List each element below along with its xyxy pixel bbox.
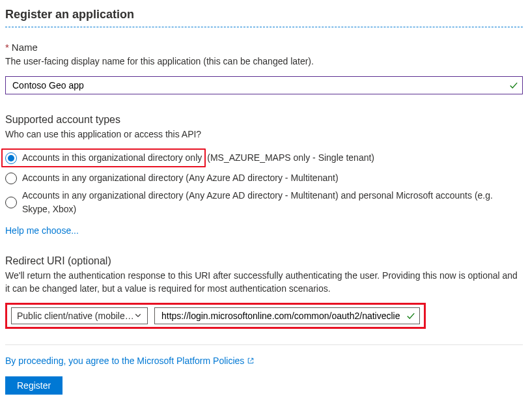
check-icon <box>406 311 415 320</box>
name-input-wrap[interactable] <box>5 76 523 94</box>
account-types-description: Who can use this application or access t… <box>5 128 523 141</box>
platform-select[interactable]: Public client/native (mobile ... <box>11 307 148 324</box>
name-description: The user-facing display name for this ap… <box>5 55 523 68</box>
name-label-text: Name <box>12 42 38 53</box>
highlight-red-redirect: Public client/native (mobile ... <box>5 303 426 329</box>
account-type-option-1[interactable]: Accounts in any organizational directory… <box>5 171 523 185</box>
policy-link[interactable]: By proceeding, you agree to the Microsof… <box>5 356 244 366</box>
required-asterisk: * <box>5 42 9 53</box>
divider-dashed <box>5 27 523 27</box>
redirect-uri-input[interactable] <box>160 310 401 322</box>
account-types-section: Supported account types Who can use this… <box>5 114 523 236</box>
page-title: Register an application <box>5 8 523 21</box>
account-type-option-2[interactable]: Accounts in any organizational directory… <box>5 189 523 216</box>
account-types-label: Supported account types <box>5 114 523 126</box>
redirect-label: Redirect URI (optional) <box>5 255 523 267</box>
highlight-red-option: Accounts in this organizational director… <box>1 148 206 167</box>
account-type-radio-1[interactable] <box>5 173 17 184</box>
chevron-down-icon <box>134 311 142 321</box>
help-me-choose-link[interactable]: Help me choose... <box>5 225 79 236</box>
account-type-radio-0[interactable] <box>5 152 17 164</box>
name-input[interactable] <box>11 79 504 91</box>
external-link-icon <box>247 357 255 365</box>
divider-solid <box>5 344 523 345</box>
redirect-description: We'll return the authentication response… <box>5 270 523 295</box>
account-type-radio-2[interactable] <box>5 197 17 208</box>
register-button[interactable]: Register <box>5 376 63 395</box>
name-label: *Name <box>5 42 523 53</box>
platform-select-value: Public client/native (mobile ... <box>17 311 134 321</box>
policy-row: By proceeding, you agree to the Microsof… <box>5 356 523 366</box>
account-types-radio-group: Accounts in this organizational director… <box>5 148 523 216</box>
name-section: *Name The user-facing display name for t… <box>5 42 523 94</box>
redirect-uri-input-wrap[interactable] <box>154 307 420 324</box>
check-icon <box>509 81 518 90</box>
account-type-label-0-suffix: (MS_AZURE_MAPS only - Single tenant) <box>207 151 374 165</box>
account-type-label-0-hl: Accounts in this organizational director… <box>22 151 202 165</box>
account-type-option-0[interactable]: Accounts in this organizational director… <box>5 148 523 167</box>
redirect-section: Redirect URI (optional) We'll return the… <box>5 255 523 329</box>
account-type-label-1: Accounts in any organizational directory… <box>22 171 339 185</box>
account-type-label-2: Accounts in any organizational directory… <box>22 189 523 216</box>
